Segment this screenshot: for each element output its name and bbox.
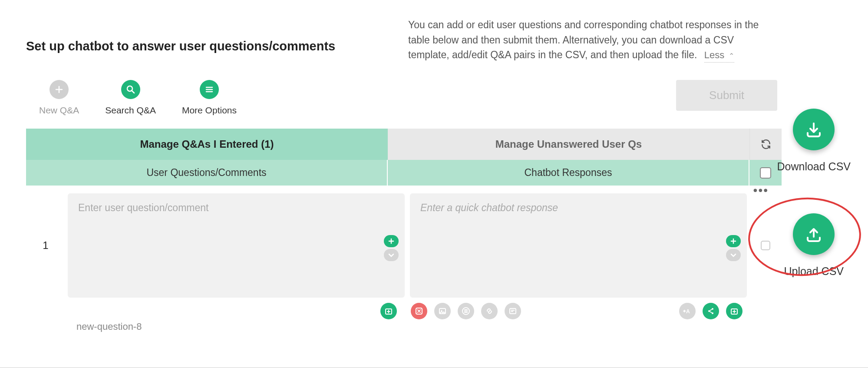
submit-button[interactable]: Submit <box>676 80 777 111</box>
card-icon <box>508 307 517 315</box>
new-qa-label: New Q&A <box>39 105 79 116</box>
response-expand-button[interactable] <box>726 249 741 261</box>
response-add-button[interactable] <box>726 235 741 247</box>
page-description: You can add or edit user questions and c… <box>408 17 764 63</box>
response-autotext-button[interactable]: A <box>679 303 696 319</box>
response-share-button[interactable] <box>703 303 719 319</box>
less-label: Less <box>704 50 724 60</box>
response-link-button[interactable] <box>481 303 498 319</box>
more-options-label: More Options <box>182 105 237 116</box>
add-box-icon <box>384 307 393 315</box>
menu-icon <box>200 80 219 99</box>
download-icon <box>793 109 835 150</box>
response-input[interactable]: Enter a quick chatbot response <box>410 193 747 298</box>
question-add-button[interactable] <box>384 235 399 247</box>
svg-rect-6 <box>510 308 516 314</box>
search-qa-button[interactable]: Search Q&A <box>105 80 156 116</box>
less-toggle[interactable]: Less ⌃ <box>704 48 735 63</box>
response-list-button[interactable] <box>458 303 474 319</box>
plus-icon <box>50 80 69 99</box>
select-all-checkbox[interactable] <box>760 167 771 179</box>
refresh-icon <box>760 139 772 150</box>
row-checkbox[interactable] <box>761 241 770 250</box>
search-icon <box>121 80 140 99</box>
row-more-options[interactable]: ••• <box>753 187 769 193</box>
new-qa-button[interactable]: New Q&A <box>39 80 79 116</box>
column-questions-header: User Questions/Comments <box>26 160 388 186</box>
download-csv-label: Download CSV <box>777 159 851 174</box>
tab-entered[interactable]: Manage Q&As I Entered (1) <box>26 129 388 160</box>
list-icon <box>462 307 470 315</box>
download-csv-button[interactable]: Download CSV <box>777 109 851 174</box>
topic-id-label: new-question-8 <box>76 321 142 332</box>
link-icon <box>485 307 494 315</box>
response-placeholder: Enter a quick chatbot response <box>420 202 558 213</box>
add-box-icon <box>730 307 739 315</box>
question-add-media-button[interactable] <box>380 303 397 319</box>
chevron-up-icon: ⌃ <box>729 52 734 60</box>
row-number: 1 <box>26 193 65 298</box>
svg-text:A: A <box>686 308 690 315</box>
delete-icon <box>415 307 423 315</box>
share-icon <box>706 307 715 315</box>
page-title: Set up chatbot to answer user questions/… <box>26 17 408 63</box>
response-image-button[interactable] <box>434 303 451 319</box>
autotext-icon: A <box>683 307 692 315</box>
question-input[interactable]: Enter user question/comment <box>68 193 405 298</box>
upload-csv-button[interactable]: Upload CSV <box>784 213 844 279</box>
upload-csv-label: Upload CSV <box>784 264 844 279</box>
upload-icon <box>793 213 835 255</box>
question-expand-button[interactable] <box>384 249 399 261</box>
response-add-media-button[interactable] <box>726 303 743 319</box>
response-delete-button[interactable] <box>411 303 427 319</box>
column-responses-header: Chatbot Responses <box>388 160 749 186</box>
image-icon <box>438 307 447 315</box>
response-card-button[interactable] <box>505 303 521 319</box>
search-qa-label: Search Q&A <box>105 105 156 116</box>
question-placeholder: Enter user question/comment <box>78 202 208 213</box>
tab-unanswered[interactable]: Manage Unanswered User Qs <box>388 129 749 160</box>
more-options-button[interactable]: More Options <box>182 80 237 116</box>
